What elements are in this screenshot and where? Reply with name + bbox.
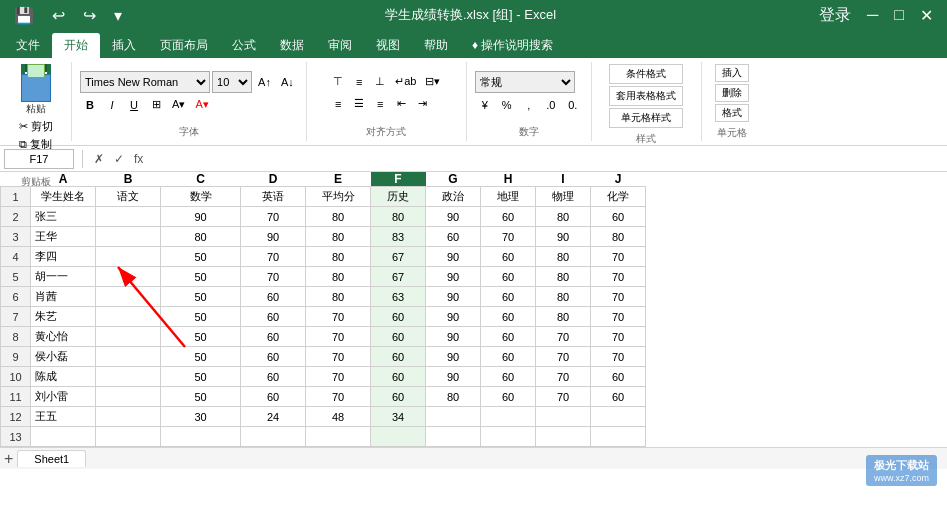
border-btn[interactable]: ⊞ <box>146 95 166 115</box>
cell-r4-c6[interactable]: 90 <box>426 247 481 267</box>
col-header-F[interactable]: F <box>371 172 426 187</box>
cell-r12-c2[interactable]: 30 <box>161 407 241 427</box>
cell-r13-c1[interactable] <box>96 427 161 447</box>
cell-r8-c0[interactable]: 黄心怡 <box>31 327 96 347</box>
cell-r3-c2[interactable]: 80 <box>161 227 241 247</box>
cell-r13-c3[interactable] <box>241 427 306 447</box>
delete-btn[interactable]: 删除 <box>715 84 749 102</box>
decrease-font-btn[interactable]: A↓ <box>277 72 298 92</box>
cell-r7-c2[interactable]: 50 <box>161 307 241 327</box>
cell-r10-c7[interactable]: 60 <box>481 367 536 387</box>
cell-r5-c1[interactable] <box>96 267 161 287</box>
cell-r7-c0[interactable]: 朱艺 <box>31 307 96 327</box>
ribbon-tab-[interactable]: ♦ 操作说明搜索 <box>460 33 565 58</box>
row-number-2[interactable]: 2 <box>1 207 31 227</box>
cell-r10-c2[interactable]: 50 <box>161 367 241 387</box>
ribbon-tab-[interactable]: 开始 <box>52 33 100 58</box>
cell-r3-c9[interactable]: 80 <box>591 227 646 247</box>
cell-r9-c6[interactable]: 90 <box>426 347 481 367</box>
cell-r12-c0[interactable]: 王五 <box>31 407 96 427</box>
insert-btn[interactable]: 插入 <box>715 64 749 82</box>
col-header-A[interactable]: A <box>31 172 96 187</box>
increase-decimal-btn[interactable]: .0 <box>541 95 561 115</box>
cell-r11-c3[interactable]: 60 <box>241 387 306 407</box>
row-number-3[interactable]: 3 <box>1 227 31 247</box>
cell-r2-c5[interactable]: 80 <box>371 207 426 227</box>
cell-r6-c3[interactable]: 60 <box>241 287 306 307</box>
cell-r5-c0[interactable]: 胡一一 <box>31 267 96 287</box>
cell-r10-c4[interactable]: 70 <box>306 367 371 387</box>
cell-r13-c8[interactable] <box>536 427 591 447</box>
col-header-I[interactable]: I <box>536 172 591 187</box>
cell-r10-c5[interactable]: 60 <box>371 367 426 387</box>
cell-r4-c4[interactable]: 80 <box>306 247 371 267</box>
cell-r8-c5[interactable]: 60 <box>371 327 426 347</box>
cell-r7-c8[interactable]: 80 <box>536 307 591 327</box>
cell-r10-c8[interactable]: 70 <box>536 367 591 387</box>
increase-font-btn[interactable]: A↑ <box>254 72 275 92</box>
decrease-indent-btn[interactable]: ⇤ <box>391 94 411 114</box>
cell-r2-c7[interactable]: 60 <box>481 207 536 227</box>
col-header-H[interactable]: H <box>481 172 536 187</box>
row-number-12[interactable]: 12 <box>1 407 31 427</box>
paste-button[interactable]: 粘贴 <box>21 64 51 116</box>
cell-r13-c2[interactable] <box>161 427 241 447</box>
cell-r2-c2[interactable]: 90 <box>161 207 241 227</box>
cell-r1-c8[interactable]: 物理 <box>536 187 591 207</box>
cell-r6-c0[interactable]: 肖茜 <box>31 287 96 307</box>
cell-r1-c5[interactable]: 历史 <box>371 187 426 207</box>
cell-r1-c2[interactable]: 数学 <box>161 187 241 207</box>
number-format-select[interactable]: 常规 <box>475 71 575 93</box>
row-number-4[interactable]: 4 <box>1 247 31 267</box>
cell-r5-c2[interactable]: 50 <box>161 267 241 287</box>
cell-r10-c9[interactable]: 60 <box>591 367 646 387</box>
cell-r11-c5[interactable]: 60 <box>371 387 426 407</box>
cell-r13-c4[interactable] <box>306 427 371 447</box>
cell-r7-c9[interactable]: 70 <box>591 307 646 327</box>
bold-btn[interactable]: B <box>80 95 100 115</box>
new-sheet-btn[interactable]: + <box>4 450 13 468</box>
ribbon-tab-[interactable]: 数据 <box>268 33 316 58</box>
cell-r2-c8[interactable]: 80 <box>536 207 591 227</box>
cell-r9-c1[interactable] <box>96 347 161 367</box>
cell-r2-c0[interactable]: 张三 <box>31 207 96 227</box>
row-number-11[interactable]: 11 <box>1 387 31 407</box>
increase-indent-btn[interactable]: ⇥ <box>412 94 432 114</box>
cell-r4-c1[interactable] <box>96 247 161 267</box>
row-number-1[interactable]: 1 <box>1 187 31 207</box>
login-button[interactable]: 登录 <box>813 3 857 28</box>
save-button[interactable]: 💾 <box>8 4 40 27</box>
cell-r11-c4[interactable]: 70 <box>306 387 371 407</box>
cancel-formula-btn[interactable]: ✗ <box>91 152 107 166</box>
cell-r11-c9[interactable]: 60 <box>591 387 646 407</box>
ribbon-tab-[interactable]: 页面布局 <box>148 33 220 58</box>
cell-r4-c2[interactable]: 50 <box>161 247 241 267</box>
col-header-J[interactable]: J <box>591 172 646 187</box>
cell-r8-c8[interactable]: 70 <box>536 327 591 347</box>
cell-r6-c6[interactable]: 90 <box>426 287 481 307</box>
cell-r1-c1[interactable]: 语文 <box>96 187 161 207</box>
cell-r7-c3[interactable]: 60 <box>241 307 306 327</box>
col-header-C[interactable]: C <box>161 172 241 187</box>
ribbon-tab-[interactable]: 公式 <box>220 33 268 58</box>
cell-r12-c9[interactable] <box>591 407 646 427</box>
cell-r11-c7[interactable]: 60 <box>481 387 536 407</box>
cell-r5-c8[interactable]: 80 <box>536 267 591 287</box>
cell-r4-c5[interactable]: 67 <box>371 247 426 267</box>
cell-r9-c5[interactable]: 60 <box>371 347 426 367</box>
align-right-btn[interactable]: ≡ <box>370 94 390 114</box>
cell-r9-c9[interactable]: 70 <box>591 347 646 367</box>
cell-r5-c7[interactable]: 60 <box>481 267 536 287</box>
cell-r12-c1[interactable] <box>96 407 161 427</box>
comma-btn[interactable]: , <box>519 95 539 115</box>
cell-r9-c8[interactable]: 70 <box>536 347 591 367</box>
cell-r11-c2[interactable]: 50 <box>161 387 241 407</box>
cell-r12-c4[interactable]: 48 <box>306 407 371 427</box>
fill-color-btn[interactable]: A▾ <box>168 95 189 115</box>
cell-r12-c6[interactable] <box>426 407 481 427</box>
customize-qat-button[interactable]: ▾ <box>108 4 128 27</box>
cell-r6-c5[interactable]: 63 <box>371 287 426 307</box>
cell-r8-c2[interactable]: 50 <box>161 327 241 347</box>
cell-r12-c7[interactable] <box>481 407 536 427</box>
cell-r1-c7[interactable]: 地理 <box>481 187 536 207</box>
